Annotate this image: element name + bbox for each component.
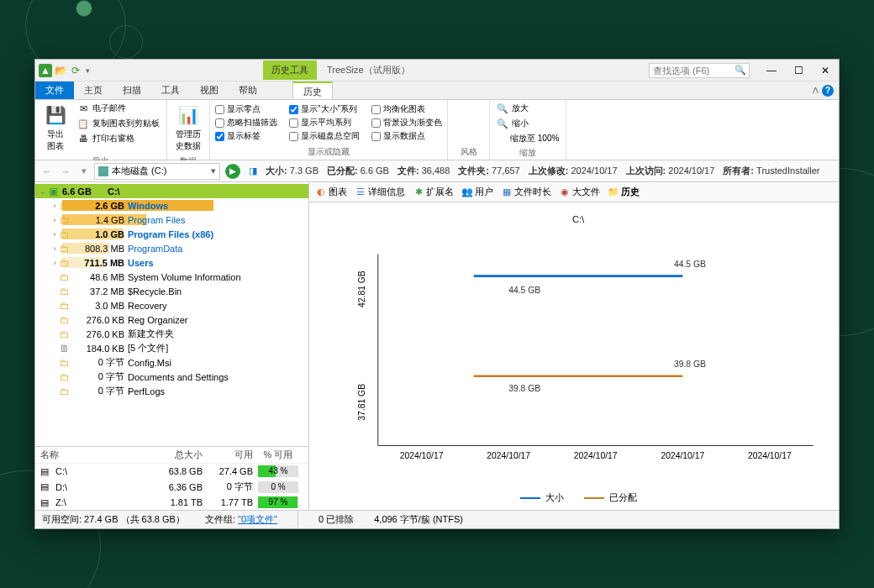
check-total[interactable]: 显示磁盘总空间 [289, 130, 360, 142]
path-combo[interactable]: 本地磁盘 (C:) ▾ [94, 163, 220, 180]
tree-row[interactable]: 🗀48.6 MBSystem Volume Information [35, 270, 308, 284]
close-button[interactable]: ✕ [812, 60, 839, 81]
search-box[interactable]: 🔍 [649, 63, 750, 78]
zoom-out-button[interactable]: 🔍缩小 [495, 117, 561, 130]
calendar-icon: ▦ [502, 187, 512, 197]
path-text: 本地磁盘 (C:) [112, 165, 208, 177]
pie-icon: ◐ [316, 187, 326, 197]
ribbon-group-data: 📊 管理历 史数据 数据 [167, 100, 210, 160]
svg-text:39.8 GB: 39.8 GB [674, 360, 706, 369]
zoom-in-button[interactable]: 🔍放大 [495, 102, 561, 115]
folder-icon: 🗀 [59, 286, 71, 297]
folder-icon: 🗀 [59, 272, 71, 282]
tab-home[interactable]: 主页 [74, 81, 113, 99]
viewtab-age[interactable]: ▦文件时长 [502, 186, 551, 198]
help-icon[interactable]: ? [822, 85, 834, 97]
tree-row[interactable]: 🗀3.0 MBRecovery [35, 298, 308, 312]
tree-row[interactable]: 🗀37.2 MB$Recycle.Bin [35, 284, 308, 298]
tree-row[interactable]: 🗀0 字节PerfLogs [35, 384, 308, 398]
minimize-button[interactable]: — [758, 60, 785, 81]
print-button[interactable]: 🖶打印右窗格 [76, 132, 161, 145]
drive-icon [98, 166, 108, 176]
check-gradient[interactable]: 背景设为渐变色 [371, 117, 442, 129]
folder-icon: 🗀 [59, 301, 71, 311]
maximize-button[interactable]: ☐ [785, 60, 812, 81]
tree-row[interactable]: 🗎184.0 KB[5 个文件] [35, 341, 308, 355]
drive-list: 名称 总大小 可用 % 可用 ▤C:\63.8 GB27.4 GB43 %▤D:… [35, 446, 308, 510]
tab-help[interactable]: 帮助 [229, 81, 267, 99]
tab-view[interactable]: 视图 [190, 81, 229, 99]
viewtab-users[interactable]: 👥用户 [462, 186, 493, 198]
export-chart-button[interactable]: 💾 导出 图表 [40, 102, 71, 154]
copy-clipboard-button[interactable]: 📋复制图表到剪贴板 [76, 117, 161, 130]
ribbon-label-style: 风格 [453, 144, 484, 158]
chart-icon: 📊 [176, 103, 200, 127]
check-skip[interactable]: 忽略扫描筛选 [215, 117, 277, 129]
tree-row[interactable]: ›🗀808.3 MBProgramData [35, 241, 308, 255]
tab-scan[interactable]: 扫描 [113, 81, 151, 99]
drive-row[interactable]: ▤D:\6.36 GB0 字节0 % [35, 479, 308, 495]
svg-text:2024/10/17: 2024/10/17 [661, 451, 704, 460]
check-avg[interactable]: 显示平均系列 [289, 117, 360, 129]
check-size-series[interactable]: 显示"大小"系列 [289, 103, 360, 115]
zoom-in-icon: 🔍 [497, 102, 508, 114]
app-title: TreeSize（试用版） [327, 64, 410, 76]
drive-row[interactable]: ▤C:\63.8 GB27.4 GB43 % [35, 464, 308, 479]
collapse-ribbon-icon[interactable]: ᐱ [813, 86, 819, 95]
tree-row[interactable]: ›🗀1.0 GBProgram Files (x86) [35, 227, 308, 241]
print-icon: 🖶 [77, 133, 89, 144]
tree-row[interactable]: 🗀0 字节Documents and Settings [35, 370, 308, 384]
chart-area: C:\ 42.81 GB 37.81 GB 44.5 GB 44.5 GB 39… [309, 202, 839, 510]
tree-row[interactable]: ›🗀711.5 MBUsers [35, 255, 308, 270]
viewtab-bigfiles[interactable]: ◉大文件 [560, 186, 600, 198]
status-cluster: 4,096 字节/簇 (NTFS) [374, 513, 463, 526]
tab-history[interactable]: 历史 [292, 81, 333, 99]
qat-dropdown[interactable]: ▾ [84, 66, 92, 75]
tab-file[interactable]: 文件 [35, 81, 74, 99]
tree-root[interactable]: ⌄ ▣ 6.6 GB C:\ [35, 184, 308, 198]
zoom-reset-button[interactable]: 缩放至 100% [495, 132, 561, 145]
folder-icon: 🗀 [59, 244, 71, 254]
tab-tools[interactable]: 工具 [151, 81, 190, 99]
folder-tree[interactable]: ⌄ ▣ 6.6 GB C:\ ›🗀2.6 GBWindows›🗀1.4 GBPr… [35, 182, 308, 446]
viewtab-ext[interactable]: ✱扩展名 [413, 186, 454, 198]
tree-row[interactable]: ›🗀2.6 GBWindows [35, 198, 308, 213]
nav-back[interactable]: ← [39, 163, 55, 180]
viewtab-chart[interactable]: ◐图表 [316, 186, 347, 198]
email-button[interactable]: ✉电子邮件 [76, 102, 161, 115]
tree-row[interactable]: 🗀276.0 KBReg Organizer [35, 312, 308, 327]
history-icon: 📁 [608, 187, 619, 197]
nav-forward[interactable]: → [57, 163, 74, 180]
history-chart: 42.81 GB 37.81 GB 44.5 GB 44.5 GB 39.8 G… [334, 234, 822, 483]
viewtab-history[interactable]: 📁历史 [608, 186, 640, 198]
check-zero[interactable]: 显示零点 [215, 103, 277, 115]
context-tab-label: 历史工具 [263, 60, 317, 80]
refresh-icon[interactable]: ⟳ [69, 64, 82, 77]
check-balance[interactable]: 均衡化图表 [371, 103, 442, 115]
drive-root-icon: ▣ [47, 186, 59, 197]
nav-up[interactable]: ▾ [76, 163, 92, 180]
tree-row[interactable]: 🗀276.0 KB新建文件夹 [35, 327, 308, 341]
path-toolbar: ← → ▾ 本地磁盘 (C:) ▾ ▶ ◨ 大小: 7.3 GB 已分配: 6.… [35, 160, 839, 182]
manage-history-button[interactable]: 📊 管理历 史数据 [172, 102, 204, 154]
tree-row[interactable]: ›🗀1.4 GBProgram Files [35, 213, 308, 227]
ribbon-group-zoom: 🔍放大 🔍缩小 缩放至 100% 缩放 [490, 100, 566, 160]
drive-row[interactable]: ▤Z:\1.81 TB1.77 TB97 % [35, 495, 308, 510]
viewtab-details[interactable]: ☰详细信息 [355, 186, 405, 198]
zoom-out-icon: 🔍 [497, 118, 508, 129]
open-icon[interactable]: 📂 [54, 64, 67, 77]
puzzle-icon: ✱ [413, 187, 424, 197]
filegroup-link[interactable]: "0项文件" [238, 514, 277, 524]
tree-row[interactable]: 🗀0 字节Config.Msi [35, 355, 308, 370]
ribbon-group-style: 风格 [448, 100, 490, 160]
scan-button[interactable]: ▶ [225, 164, 240, 179]
svg-text:42.81 GB: 42.81 GB [357, 270, 366, 307]
check-datapoints[interactable]: 显示数据点 [371, 130, 442, 142]
right-pane: ◐图表 ☰详细信息 ✱扩展名 👥用户 ▦文件时长 ◉大文件 📁历史 C:\ 42… [309, 182, 839, 510]
search-icon: 🔍 [734, 65, 746, 76]
svg-text:2024/10/17: 2024/10/17 [487, 451, 530, 460]
check-labels[interactable]: 显示标签 [215, 130, 277, 142]
save-icon: 💾 [44, 103, 67, 127]
folder-icon: 🗀 [59, 201, 71, 211]
ribbon: 💾 导出 图表 ✉电子邮件 📋复制图表到剪贴板 🖶打印右窗格 导出 📊 管理历 … [35, 100, 839, 160]
